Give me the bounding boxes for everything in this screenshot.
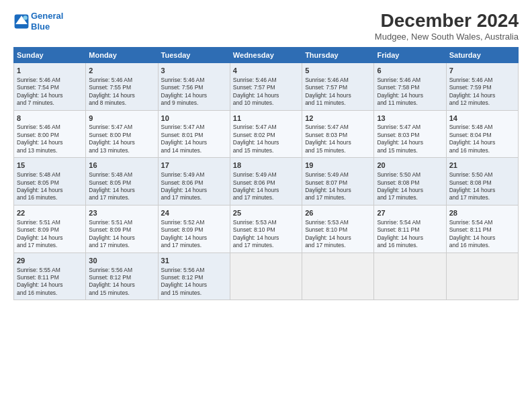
day-number: 6 — [377, 66, 443, 76]
sunset-label: Sunset: 8:03 PM — [377, 132, 419, 138]
day-number: 18 — [233, 161, 299, 171]
logo-line1: General — [31, 11, 63, 21]
sunrise-label: Sunrise: 5:47 AM — [233, 124, 277, 130]
sunset-label: Sunset: 7:54 PM — [17, 84, 59, 91]
day-number: 10 — [161, 113, 227, 124]
daylight-label: Daylight: 14 hoursand 16 minutes. — [377, 234, 423, 248]
cell-week5-day3 — [230, 253, 302, 300]
cell-week3-day5: 20Sunrise: 5:50 AMSunset: 8:08 PMDayligh… — [374, 158, 446, 205]
day-number: 8 — [17, 113, 83, 124]
day-number: 5 — [305, 66, 371, 76]
sunset-label: Sunset: 8:10 PM — [305, 226, 347, 233]
col-sunday: Sunday — [14, 47, 86, 62]
daylight-label: Daylight: 14 hoursand 15 minutes. — [377, 139, 423, 153]
cell-week2-day3: 11Sunrise: 5:47 AMSunset: 8:02 PMDayligh… — [230, 110, 302, 158]
sunrise-label: Sunrise: 5:55 AM — [17, 267, 60, 273]
day-number: 28 — [449, 208, 515, 218]
sunset-label: Sunset: 8:12 PM — [161, 274, 204, 281]
sunset-label: Sunset: 8:09 PM — [89, 226, 131, 233]
daylight-label: Daylight: 14 hoursand 14 minutes. — [161, 139, 208, 153]
sunrise-label: Sunrise: 5:49 AM — [305, 171, 349, 178]
sunrise-label: Sunrise: 5:47 AM — [377, 124, 420, 130]
daylight-label: Daylight: 14 hoursand 17 minutes. — [377, 187, 423, 201]
cell-week2-day4: 12Sunrise: 5:47 AMSunset: 8:03 PMDayligh… — [302, 110, 374, 158]
daylight-label: Daylight: 14 hoursand 17 minutes. — [233, 234, 279, 248]
sunset-label: Sunset: 7:56 PM — [161, 84, 204, 91]
sunrise-label: Sunrise: 5:46 AM — [161, 77, 205, 83]
sunset-label: Sunset: 8:02 PM — [233, 132, 275, 138]
week-row-3: 15Sunrise: 5:48 AMSunset: 8:05 PMDayligh… — [14, 158, 519, 205]
daylight-label: Daylight: 14 hoursand 7 minutes. — [17, 92, 63, 106]
sunrise-label: Sunrise: 5:47 AM — [89, 124, 132, 130]
cell-week5-day0: 29Sunrise: 5:55 AMSunset: 8:11 PMDayligh… — [14, 253, 86, 300]
sunset-label: Sunset: 7:57 PM — [305, 84, 347, 91]
week-row-2: 8Sunrise: 5:46 AMSunset: 8:00 PMDaylight… — [14, 110, 519, 158]
sunset-label: Sunset: 8:05 PM — [89, 179, 131, 186]
logo: General Blue — [13, 11, 63, 32]
cell-week1-day6: 7Sunrise: 5:46 AMSunset: 7:59 PMDaylight… — [446, 62, 518, 110]
sunrise-label: Sunrise: 5:50 AM — [449, 171, 493, 178]
sunrise-label: Sunrise: 5:54 AM — [377, 219, 420, 226]
cell-week5-day2: 31Sunrise: 5:56 AMSunset: 8:12 PMDayligh… — [158, 253, 230, 300]
cell-week3-day2: 17Sunrise: 5:49 AMSunset: 8:06 PMDayligh… — [158, 158, 230, 205]
calendar-header-row: Sunday Monday Tuesday Wednesday Thursday… — [14, 47, 519, 62]
day-number: 24 — [161, 208, 227, 218]
sunset-label: Sunset: 7:55 PM — [89, 84, 131, 91]
sunset-label: Sunset: 7:59 PM — [449, 84, 492, 91]
week-row-5: 29Sunrise: 5:55 AMSunset: 8:11 PMDayligh… — [14, 253, 519, 300]
cell-week4-day3: 25Sunrise: 5:53 AMSunset: 8:10 PMDayligh… — [230, 205, 302, 253]
daylight-label: Daylight: 14 hoursand 17 minutes. — [449, 187, 496, 201]
sunset-label: Sunset: 8:09 PM — [161, 226, 204, 233]
sunrise-label: Sunrise: 5:50 AM — [377, 171, 420, 178]
day-number: 14 — [449, 113, 515, 124]
sunrise-label: Sunrise: 5:51 AM — [89, 219, 132, 226]
sunrise-label: Sunrise: 5:53 AM — [305, 219, 349, 226]
daylight-label: Daylight: 14 hoursand 17 minutes. — [89, 234, 135, 248]
sunrise-label: Sunrise: 5:48 AM — [449, 124, 493, 130]
daylight-label: Daylight: 14 hoursand 17 minutes. — [17, 234, 63, 248]
cell-week5-day4 — [302, 253, 374, 300]
day-number: 27 — [377, 208, 443, 218]
daylight-label: Daylight: 14 hoursand 9 minutes. — [161, 92, 208, 106]
sunrise-label: Sunrise: 5:46 AM — [17, 124, 60, 130]
sunset-label: Sunset: 8:00 PM — [17, 132, 59, 138]
day-number: 17 — [161, 161, 227, 171]
daylight-label: Daylight: 14 hoursand 17 minutes. — [89, 187, 135, 201]
daylight-label: Daylight: 14 hoursand 16 minutes. — [17, 281, 63, 295]
cell-week3-day0: 15Sunrise: 5:48 AMSunset: 8:05 PMDayligh… — [14, 158, 86, 205]
header: General Blue December 2024 Mudgee, New S… — [13, 11, 519, 42]
col-wednesday: Wednesday — [230, 47, 302, 62]
cell-week1-day3: 4Sunrise: 5:46 AMSunset: 7:57 PMDaylight… — [230, 62, 302, 110]
day-number: 22 — [17, 208, 83, 218]
cell-week3-day1: 16Sunrise: 5:48 AMSunset: 8:05 PMDayligh… — [86, 158, 158, 205]
daylight-label: Daylight: 14 hoursand 11 minutes. — [377, 92, 423, 106]
daylight-label: Daylight: 14 hoursand 16 minutes. — [17, 187, 63, 201]
sunset-label: Sunset: 8:06 PM — [161, 179, 204, 186]
daylight-label: Daylight: 14 hoursand 17 minutes. — [161, 187, 208, 201]
daylight-label: Daylight: 14 hoursand 17 minutes. — [305, 234, 351, 248]
cell-week2-day0: 8Sunrise: 5:46 AMSunset: 8:00 PMDaylight… — [14, 110, 86, 158]
daylight-label: Daylight: 14 hoursand 12 minutes. — [449, 92, 496, 106]
cell-week2-day2: 10Sunrise: 5:47 AMSunset: 8:01 PMDayligh… — [158, 110, 230, 158]
title-block: December 2024 Mudgee, New South Wales, A… — [375, 11, 519, 42]
cell-week4-day2: 24Sunrise: 5:52 AMSunset: 8:09 PMDayligh… — [158, 205, 230, 253]
day-number: 31 — [161, 256, 227, 266]
daylight-label: Daylight: 14 hoursand 16 minutes. — [449, 139, 496, 153]
sunrise-label: Sunrise: 5:47 AM — [161, 124, 205, 130]
day-number: 29 — [17, 256, 83, 266]
col-saturday: Saturday — [446, 47, 518, 62]
sunrise-label: Sunrise: 5:49 AM — [161, 171, 205, 178]
cell-week4-day4: 26Sunrise: 5:53 AMSunset: 8:10 PMDayligh… — [302, 205, 374, 253]
sunrise-label: Sunrise: 5:46 AM — [233, 77, 277, 83]
sunset-label: Sunset: 7:57 PM — [233, 84, 275, 91]
location: Mudgee, New South Wales, Australia — [375, 32, 519, 42]
page: General Blue December 2024 Mudgee, New S… — [0, 0, 532, 411]
cell-week3-day3: 18Sunrise: 5:49 AMSunset: 8:06 PMDayligh… — [230, 158, 302, 205]
week-row-4: 22Sunrise: 5:51 AMSunset: 8:09 PMDayligh… — [14, 205, 519, 253]
day-number: 19 — [305, 161, 371, 171]
cell-week4-day1: 23Sunrise: 5:51 AMSunset: 8:09 PMDayligh… — [86, 205, 158, 253]
sunset-label: Sunset: 8:11 PM — [449, 226, 492, 233]
logo-line2: Blue — [31, 21, 50, 32]
daylight-label: Daylight: 14 hoursand 17 minutes. — [305, 187, 351, 201]
sunrise-label: Sunrise: 5:49 AM — [233, 171, 277, 178]
